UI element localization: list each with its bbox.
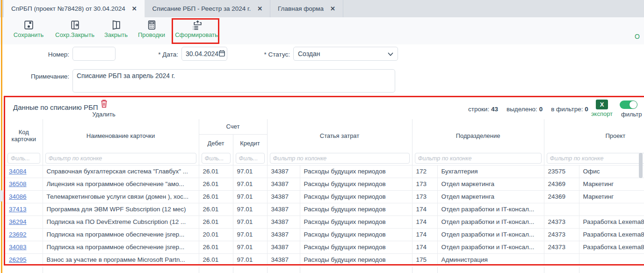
close-icon[interactable]: ✕ [257,5,262,12]
calendar-icon[interactable] [218,50,225,58]
panel-title: Данные по списанию РБП [13,103,98,111]
dept-code-cell: 173 [412,190,437,203]
tab-sprbp-document[interactable]: СпРБП (проект №78428) от 30.04.2024 ✕ [4,0,145,17]
table-row[interactable]: 23692 Подписка на программное обеспечени… [5,228,644,241]
dept-name-cell: Отдел разработки и IT-консал... [437,241,544,253]
card-code-link[interactable]: 23692 [9,231,27,238]
cost-code-cell: 34387 [267,228,300,241]
cost-name-cell: Расходы будущих периодов [300,253,412,266]
card-name-cell: Программа для ЭВМ WPF Subscription (12 м… [43,203,199,216]
dept-name-cell: Отдел разработки и IT-консал... [437,216,544,228]
status-select[interactable]: Создан [293,47,398,61]
trash-icon [100,99,109,110]
card-name-cell: Лицензия на программное обеспечение "амо… [43,178,199,190]
table-row[interactable]: 26295 Взнос за участие в программе Micro… [5,253,644,266]
filter-input-project[interactable] [547,153,644,164]
table-row[interactable]: 36508 Лицензия на программное обеспечени… [5,178,644,190]
card-name-cell: Подписка на программное обеспечение jsre… [43,228,199,241]
export-excel-button[interactable]: X экспорт [589,100,615,117]
note-textarea[interactable]: Списание РБП за апрель 2024 г. [72,69,395,93]
dept-name-cell: Отдел маркетинга [437,178,544,190]
filter-input-cost-item[interactable] [270,153,410,164]
dept-name-cell: Отдел разработки и IT-консал... [437,228,544,241]
dept-code-cell: 172 [412,165,437,178]
card-code-cell: 37413 [5,203,43,216]
dept-name-cell: Отдел разработки и IT-консал... [437,203,544,216]
card-name-cell: Подписка на ПО DevExtreme Cubscription (… [43,216,199,228]
project-code-cell [544,203,579,216]
card-name-cell: Справочная бухгалтерская система "Главбу… [43,165,199,178]
card-code-link[interactable]: 34083 [9,244,27,251]
debit-cell: 26.01 [199,190,233,203]
card-code-link[interactable]: 34084 [9,168,27,175]
project-name-cell [579,203,644,216]
card-code-link[interactable]: 26295 [9,256,27,263]
close-button[interactable]: Закрыть [101,20,131,42]
column-header-debit[interactable]: Дебет [199,134,233,152]
column-header-card-name[interactable]: Наименование карточки [43,119,199,152]
debit-cell: 26.01 [199,178,233,190]
cost-name-cell: Расходы будущих периодов [300,228,412,241]
filter-input-card-name[interactable] [45,153,196,164]
filter-input-card-code[interactable] [7,153,40,164]
card-code-link[interactable]: 36294 [9,218,27,225]
filter-toggle[interactable] [620,101,637,109]
card-name-cell: Взнос за участие в программе Microsoft P… [43,253,199,266]
postings-button[interactable]: Проводки [134,20,169,42]
filter-input-department[interactable] [415,153,542,164]
project-code-cell: 24369 [544,190,579,203]
number-input[interactable] [72,47,116,61]
debit-cell: 26.01 [199,203,233,216]
date-field-label: * Дата: [138,51,178,58]
close-icon[interactable]: ✕ [330,5,335,12]
dept-code-cell: 174 [412,216,437,228]
save-and-close-button[interactable]: Сохр.Закрыть [51,20,98,42]
table-row[interactable]: 37413 Программа для ЭВМ WPF Subscription… [5,203,644,216]
column-header-credit[interactable]: Кредит [233,134,267,152]
card-code-link[interactable]: 36508 [9,180,27,187]
clipped-toolbar-button-label[interactable]: О [635,33,640,40]
filter-row [5,152,644,165]
tab-main-form[interactable]: Главная форма ✕ [270,0,343,17]
rows-count: строки: 43 [468,106,498,113]
filter-input-debit[interactable] [202,153,231,164]
project-name-cell: Разработка Lexema8 [579,216,644,228]
filter-toggle-label: фильтр [621,111,642,118]
clipped-next-row [4,267,644,273]
generate-button[interactable]: Сформировать [175,20,218,42]
card-name-cell: Телемаркетинговые услуги связи (домен ),… [43,190,199,203]
dept-code-cell: 174 [412,203,437,216]
save-close-icon [70,20,80,30]
table-row[interactable]: 36294 Подписка на ПО DevExtreme Cubscrip… [5,216,644,228]
tab-registry[interactable]: Списание РБП - Реестр за 2024 г. ✕ [145,0,270,17]
delete-button[interactable]: Удалить [90,99,117,118]
save-button-label: Сохранить [14,31,44,38]
column-header-cost-item[interactable]: Статья затрат [267,119,412,152]
status-value: Создан [298,50,320,57]
card-code-link[interactable]: 37413 [9,206,27,213]
close-icon[interactable]: ✕ [132,5,137,12]
column-header-department[interactable]: Подразделение [412,119,544,152]
debit-cell: 26.01 [199,241,233,253]
door-icon [111,20,122,30]
project-code-cell: 24373 [544,241,579,253]
column-header-project[interactable]: Проект [544,119,644,152]
filter-input-credit[interactable] [236,153,265,164]
table-row[interactable]: 34086 Телемаркетинговые услуги связи (до… [5,190,644,203]
project-code-cell: 23575 [544,165,579,178]
card-code-cell: 36508 [5,178,43,190]
column-header-card-code[interactable]: Код карточки [5,119,43,152]
cost-code-cell: 34387 [267,178,300,190]
save-button[interactable]: Сохранить [8,20,49,42]
vertical-scrollbar-thumb[interactable] [639,153,643,178]
dept-code-cell: 174 [412,228,437,241]
table-row[interactable]: 34084 Справочная бухгалтерская система "… [5,165,644,178]
delete-button-label: Удалить [92,111,116,118]
credit-cell: 97.01 [233,216,267,228]
debit-cell: 20.01 [199,228,233,241]
card-code-link[interactable]: 34086 [9,193,27,200]
table-row[interactable]: 34083 Подписка на программное обеспечени… [5,241,644,253]
panel-collapse-handle[interactable] [0,190,3,202]
debit-cell: 26.01 [199,253,233,266]
date-input[interactable]: 30.04.2024 [181,47,227,61]
